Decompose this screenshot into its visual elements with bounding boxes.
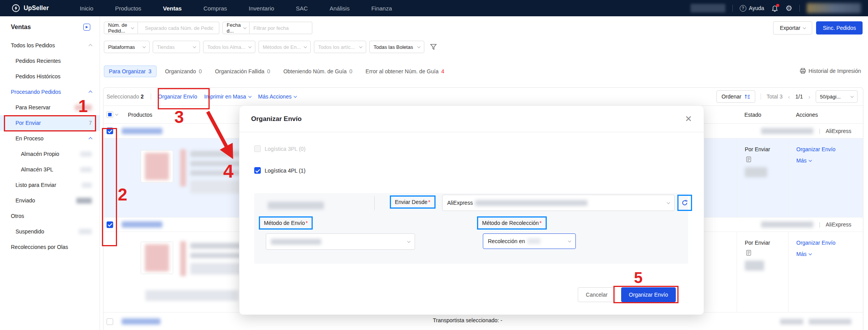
sidebar-item-almacen-3pl[interactable]: Almacén 3PL <box>0 162 100 177</box>
sidebar-item-pedidos-recientes[interactable]: Pedidos Recientes <box>0 53 100 69</box>
sidebar-item-listo-para-enviar[interactable]: Listo para Enviar <box>0 177 100 193</box>
stores-select[interactable]: Tiendas <box>153 41 200 53</box>
redacted-balance <box>691 4 725 12</box>
chevron-down-icon <box>243 26 246 29</box>
redacted-account <box>807 3 861 13</box>
chevron-down-icon <box>809 252 812 255</box>
redacted-store-name <box>761 128 813 134</box>
bulk-print-link[interactable]: Imprimir en Masa <box>204 93 251 100</box>
platforms-select[interactable]: Plataformas <box>104 41 150 53</box>
chevron-down-icon <box>131 26 134 29</box>
redacted-count <box>76 198 92 204</box>
settings-button[interactable]: ⚙ <box>785 4 792 12</box>
sidebar-item-en-proceso[interactable]: En Proceso <box>0 131 100 146</box>
chevron-down-icon <box>304 45 307 48</box>
nav-item-ventas[interactable]: Ventas <box>163 5 182 12</box>
collapse-sidebar-icon[interactable]: ▶ <box>83 24 90 31</box>
chevron-down-icon <box>193 45 196 48</box>
chevron-down-icon <box>417 45 420 48</box>
nav-item-inventario[interactable]: Inventario <box>249 5 274 12</box>
sidebar-item-todos-los-pedidos[interactable]: Todos los Pedidos <box>0 38 100 53</box>
warehouses-select[interactable]: Todos los Alma... <box>203 41 255 53</box>
order-status: Por Enviar <box>745 146 788 152</box>
export-button[interactable]: Exportar <box>773 21 812 35</box>
logistics-4pl-checkbox[interactable] <box>254 167 261 174</box>
divider <box>374 196 375 210</box>
ship-from-select[interactable]: AliExpress <box>442 195 675 211</box>
refresh-highlight <box>677 195 692 211</box>
next-page-button[interactable]: › <box>808 93 810 100</box>
cancel-button[interactable]: Cancelar <box>578 287 616 302</box>
shipping-methods-select[interactable]: Métodos de En... <box>258 41 311 53</box>
tab-organizacion-fallida[interactable]: Organización Fallida0 <box>210 66 275 77</box>
filter-funnel-icon[interactable] <box>430 43 437 51</box>
nav-item-finanza[interactable]: Finanza <box>371 5 392 12</box>
tab-para-organizar[interactable]: Para Organizar3 <box>104 66 157 77</box>
page-size-select[interactable]: 50/pági... <box>816 90 858 103</box>
order-checkbox[interactable] <box>107 318 113 325</box>
chevron-down-icon <box>667 200 670 204</box>
sidebar-item-suspendido[interactable]: Suspendido <box>0 224 100 239</box>
sync-orders-button[interactable]: Sinc. Pedidos <box>816 21 863 35</box>
redacted-order-number <box>122 221 162 228</box>
sidebar-item-procesando-pedidos[interactable]: Procesando Pedidos <box>0 84 100 100</box>
nav-item-compras[interactable]: Compras <box>203 5 227 12</box>
nav-item-productos[interactable]: Productos <box>115 5 141 12</box>
refresh-icon[interactable] <box>681 199 688 206</box>
redacted-order-number <box>122 318 160 325</box>
redacted-text <box>527 238 541 244</box>
brand[interactable]: UpSeller <box>12 4 49 12</box>
sidebar-item-otros[interactable]: Otros <box>0 208 100 224</box>
redacted-text <box>145 290 238 301</box>
print-history-link[interactable]: Historial de Impresión <box>800 68 861 74</box>
redacted-method-value <box>271 239 321 245</box>
platform-label: AliExpress <box>826 221 851 228</box>
order-status: Por Enviar <box>745 240 788 246</box>
nav-item-analisis[interactable]: Análisis <box>329 5 350 12</box>
logistics-3pl-option: Logística 3PL (0) <box>254 145 305 152</box>
help-icon: ? <box>740 5 746 12</box>
order-checkbox[interactable] <box>107 221 113 228</box>
nav-item-sac[interactable]: SAC <box>296 5 308 12</box>
notifications-button[interactable] <box>771 5 778 12</box>
ship-method-select[interactable] <box>266 233 415 250</box>
tab-error-guia[interactable]: Error al obtener Núm. de Guía4 <box>361 66 449 77</box>
modal-organize-shipment-button[interactable]: Organizar Envío <box>621 287 676 302</box>
logistics-3pl-checkbox[interactable] <box>254 145 261 152</box>
sort-button[interactable]: Ordenar <box>716 90 755 103</box>
notification-badge <box>776 4 779 7</box>
row-more-link[interactable]: Más <box>796 157 863 164</box>
sidebar-item-recolecciones-por-olas[interactable]: Recolecciones por Olas <box>0 239 100 255</box>
nav-item-inicio[interactable]: Inicio <box>80 5 93 12</box>
tab-organizando[interactable]: Organizando0 <box>160 66 207 77</box>
row-more-link[interactable]: Más <box>796 251 863 257</box>
row-organize-shipment-link[interactable]: Organizar Envío <box>796 240 863 246</box>
receipts-select[interactable]: Todas las Boletas <box>369 41 424 53</box>
order-search-input[interactable] <box>145 25 213 31</box>
chevron-down-icon[interactable] <box>115 112 118 116</box>
date-filter-input[interactable] <box>253 25 322 31</box>
ship-method-label-highlight: Método de Envío* <box>259 216 313 230</box>
sidebar-item-pedidos-historicos[interactable]: Pedidos Históricos <box>0 69 100 84</box>
close-icon[interactable]: ✕ <box>685 115 692 123</box>
sidebar-item-para-reservar[interactable]: Para Reservar <box>0 100 100 115</box>
sidebar-item-enviado[interactable]: Enviado <box>0 193 100 208</box>
sidebar-item-por-enviar[interactable]: Por Enviar 7 <box>0 115 100 131</box>
modal-title: Organizar Envío <box>251 115 301 123</box>
order-number-type-select[interactable]: Núm. de Pedid... <box>104 22 138 34</box>
row-organize-shipment-link[interactable]: Organizar Envío <box>796 146 863 152</box>
order-checkbox[interactable] <box>107 128 113 134</box>
select-all-checkbox[interactable] <box>107 111 113 118</box>
sidebar-item-almacen-propio[interactable]: Almacén Propio <box>0 146 100 162</box>
tab-obteniendo-guia[interactable]: Obteniendo Núm. de Guía0 <box>279 66 357 77</box>
organize-shipment-bulk-link[interactable]: Organizar Envío <box>158 93 197 100</box>
more-actions-link[interactable]: Más Acciones <box>258 93 296 100</box>
document-icon[interactable] <box>746 156 752 162</box>
document-icon[interactable] <box>746 250 752 256</box>
prev-page-button[interactable]: ‹ <box>788 93 790 100</box>
pickup-method-select[interactable]: Recolección en <box>483 233 576 249</box>
help-button[interactable]: ? Ayuda <box>740 5 764 12</box>
divider <box>732 5 733 12</box>
articles-select[interactable]: Todos los artíc... <box>314 41 366 53</box>
date-type-select[interactable]: Fecha d... <box>222 22 250 34</box>
